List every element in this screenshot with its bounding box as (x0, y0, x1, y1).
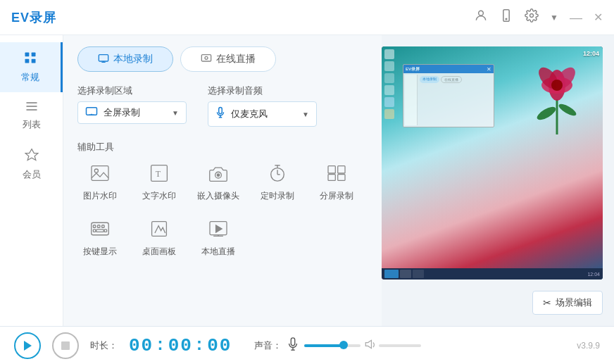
image-watermark-label: 图片水印 (83, 190, 117, 202)
content-area: 本地录制 在线直播 选择录制区域 (63, 35, 382, 326)
timer-hours: 00 (129, 335, 154, 356)
svg-point-57 (551, 80, 563, 91)
region-select-icon (85, 106, 98, 119)
svg-marker-63 (366, 340, 372, 348)
general-icon (23, 51, 37, 68)
timer-label: 定时录制 (261, 190, 294, 202)
local-live-icon (203, 216, 233, 241)
keyshow-label: 按键显示 (83, 246, 117, 258)
minimize-button[interactable]: — (570, 11, 582, 24)
svg-rect-7 (32, 59, 36, 63)
svg-point-24 (94, 169, 98, 172)
tab-live-label: 在线直播 (216, 53, 256, 65)
audio-select-icon (215, 106, 225, 122)
sidebar-label-list: 列表 (23, 118, 41, 131)
tab-local[interactable]: 本地录制 (77, 46, 173, 72)
split-screen-label: 分屏录制 (320, 190, 353, 202)
preview-pane: 12:04 (382, 35, 614, 326)
helper-split-screen[interactable]: 分屏录制 (314, 161, 359, 202)
sidebar-item-general[interactable]: 常规 (0, 42, 63, 92)
scene-edit-button[interactable]: ✂ 场景编辑 (532, 291, 603, 315)
svg-rect-41 (102, 225, 105, 228)
svg-marker-11 (25, 149, 37, 161)
split-screen-icon (322, 161, 351, 186)
settings-icon[interactable] (525, 8, 539, 26)
keyshow-icon (85, 216, 115, 241)
svg-rect-6 (25, 59, 30, 63)
svg-point-0 (479, 11, 484, 15)
helper-canvas[interactable]: 桌面画板 (137, 216, 182, 258)
svg-rect-37 (338, 175, 345, 181)
sidebar-item-member[interactable]: 会员 (0, 139, 63, 189)
svg-rect-35 (338, 166, 345, 173)
play-button[interactable] (14, 332, 41, 359)
svg-rect-20 (219, 108, 223, 114)
app-logo: EV录屏 (11, 9, 56, 26)
svg-marker-49 (216, 225, 223, 232)
svg-rect-42 (93, 230, 96, 232)
region-select[interactable]: 全屏录制 ▼ (77, 101, 187, 124)
preview-clock: 12:04 (583, 50, 599, 57)
timer-display: 00 : 00 : 00 (129, 335, 232, 356)
svg-point-16 (205, 56, 208, 59)
desktop-simulation: 12:04 (382, 46, 603, 280)
canvas-label: 桌面画板 (142, 246, 176, 258)
scene-edit-icon: ✂ (543, 297, 551, 308)
audio-label: 选择录制音频 (208, 84, 317, 97)
tab-local-label: 本地录制 (113, 53, 153, 65)
account-icon[interactable] (474, 8, 488, 26)
tabs-container: 本地录制 在线直播 (77, 46, 368, 72)
mic-icon (287, 337, 299, 354)
audio-select[interactable]: 仅麦克风 ▼ (208, 101, 317, 127)
region-value: 全屏录制 (104, 106, 166, 119)
camera-icon (203, 161, 233, 186)
chevron-down-icon[interactable]: ▼ (550, 13, 558, 23)
sidebar-item-list[interactable]: 列表 (0, 92, 63, 139)
local-tab-icon (98, 54, 109, 65)
helper-timer[interactable]: 定时录制 (255, 161, 300, 202)
svg-rect-43 (96, 230, 104, 232)
svg-point-52 (557, 102, 577, 118)
helper-text-watermark[interactable]: T 文字水印 (137, 161, 182, 202)
svg-rect-36 (328, 175, 335, 181)
svg-rect-59 (61, 341, 70, 350)
local-live-label: 本地直播 (201, 246, 235, 258)
svg-rect-12 (99, 54, 108, 61)
helper-keyshow[interactable]: 按键显示 (77, 216, 123, 258)
timer-minutes: 00 (168, 335, 193, 356)
close-button[interactable]: ✕ (594, 11, 603, 24)
audio-control: 选择录制音频 仅麦克风 ▼ (208, 84, 317, 127)
svg-marker-58 (24, 341, 32, 351)
main-container: 常规 列表 会员 (0, 35, 614, 326)
svg-rect-15 (201, 54, 211, 61)
helper-local-live[interactable]: 本地直播 (196, 216, 241, 258)
svg-rect-40 (98, 225, 101, 228)
titlebar: EV录屏 ▼ — ✕ (0, 0, 614, 35)
speaker-icon (363, 338, 376, 353)
sidebar-label-general: 常规 (21, 71, 39, 84)
audio-value: 仅麦克风 (231, 108, 296, 120)
speaker-volume-slider[interactable] (379, 344, 421, 347)
preview-image: 12:04 (382, 46, 603, 280)
svg-point-3 (530, 14, 534, 18)
bottombar: 时长： 00 : 00 : 00 声音： (0, 326, 614, 364)
volume-section: 声音： (254, 337, 421, 354)
helper-image-watermark[interactable]: 图片水印 (77, 161, 123, 202)
timer-seconds: 00 (207, 335, 232, 356)
svg-point-28 (217, 174, 220, 177)
helper-camera[interactable]: 嵌入摄像头 (196, 161, 241, 202)
stop-button[interactable] (52, 332, 79, 359)
mic-volume-slider[interactable] (304, 344, 361, 347)
phone-icon[interactable] (499, 8, 513, 26)
text-watermark-icon: T (144, 161, 174, 186)
region-label: 选择录制区域 (77, 84, 187, 97)
svg-rect-34 (328, 166, 335, 173)
svg-rect-60 (292, 337, 295, 345)
helpers-section: 辅助工具 图片水印 (77, 141, 368, 258)
svg-rect-44 (104, 230, 107, 232)
svg-rect-4 (25, 53, 30, 57)
svg-rect-45 (152, 222, 167, 237)
controls-row: 选择录制区域 全屏录制 ▼ 选择录制音频 (77, 84, 368, 127)
tab-live[interactable]: 在线直播 (180, 46, 276, 72)
helpers-grid: 图片水印 T 文字水印 (77, 161, 368, 258)
